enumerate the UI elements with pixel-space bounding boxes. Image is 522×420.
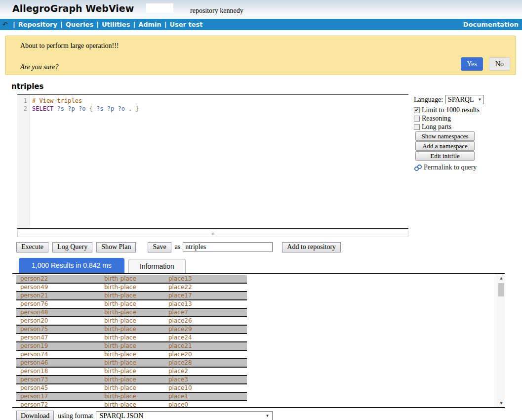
- result-cell[interactable]: person17: [16, 393, 100, 400]
- download-button[interactable]: Download: [16, 411, 54, 420]
- table-row: person47birth-placeplace24: [16, 334, 247, 342]
- result-cell[interactable]: birth-place: [100, 368, 164, 375]
- nav-item-user-test[interactable]: User test: [170, 21, 203, 28]
- download-bar: Download using format SPARQL JSON ▼: [16, 411, 273, 420]
- result-cell[interactable]: person45: [16, 384, 100, 392]
- result-cell[interactable]: place2: [164, 368, 247, 375]
- editor-resize-handle[interactable]: ≡: [17, 230, 408, 237]
- log-query-button[interactable]: Log Query: [52, 242, 92, 252]
- result-cell[interactable]: birth-place: [100, 342, 164, 350]
- nav-separator: |: [60, 21, 63, 28]
- result-cell[interactable]: person18: [16, 368, 100, 375]
- result-cell[interactable]: place20: [164, 351, 247, 358]
- tab-information[interactable]: Information: [128, 259, 186, 273]
- result-cell[interactable]: birth-place: [100, 317, 164, 325]
- result-cell[interactable]: person75: [16, 326, 100, 333]
- edit-initfile-button[interactable]: Edit initfile: [415, 151, 475, 161]
- add-to-repository-button[interactable]: Add to repository: [282, 242, 341, 252]
- query-editor[interactable]: 12 # View triplesSELECT ?s ?p ?o { ?s ?p…: [17, 94, 408, 229]
- language-select[interactable]: SPARQL ▼: [445, 95, 484, 104]
- result-cell[interactable]: place22: [164, 284, 247, 291]
- result-cell[interactable]: birth-place: [100, 292, 164, 299]
- result-cell[interactable]: place17: [164, 292, 247, 299]
- result-cell[interactable]: place13: [164, 300, 247, 308]
- result-cell[interactable]: place21: [164, 342, 247, 350]
- result-cell[interactable]: place26: [164, 317, 247, 325]
- nav-link-documentation[interactable]: Documentation: [463, 21, 519, 28]
- reasoning-checkbox-row[interactable]: Reasoning: [414, 114, 520, 123]
- result-cell[interactable]: person72: [16, 401, 100, 408]
- table-row: person18birth-placeplace2: [16, 368, 247, 376]
- result-cell[interactable]: person47: [16, 334, 100, 341]
- save-button[interactable]: Save: [148, 242, 171, 252]
- result-cell[interactable]: birth-place: [100, 284, 164, 291]
- result-cell[interactable]: place28: [164, 359, 247, 367]
- result-cell[interactable]: place7: [164, 309, 247, 316]
- result-cell[interactable]: person73: [16, 376, 100, 383]
- query-name-input[interactable]: [183, 242, 273, 252]
- result-cell[interactable]: birth-place: [100, 401, 164, 408]
- no-button[interactable]: No: [489, 57, 510, 71]
- long-parts-checkbox-row[interactable]: Long parts: [414, 123, 520, 131]
- back-arrow-icon[interactable]: ↶: [2, 21, 8, 28]
- show-namespaces-button[interactable]: Show namespaces: [415, 131, 475, 141]
- scroll-down-icon[interactable]: ▼: [497, 399, 505, 407]
- nav-item-queries[interactable]: Queries: [66, 21, 94, 28]
- result-cell[interactable]: place3: [164, 376, 247, 383]
- nav-separator: |: [133, 21, 135, 28]
- table-row: person76birth-placeplace13: [16, 300, 247, 309]
- result-cell[interactable]: birth-place: [100, 334, 164, 341]
- result-cell[interactable]: place29: [164, 326, 247, 333]
- code-line[interactable]: # View triples: [32, 97, 408, 105]
- scrollbar-thumb[interactable]: [498, 283, 504, 296]
- result-cell[interactable]: birth-place: [100, 359, 164, 367]
- results-scrollbar[interactable]: ▲ ▼: [497, 274, 505, 407]
- resize-grip-icon: ≡: [211, 231, 214, 236]
- permalink-to-query-link[interactable]: Permalink to query: [414, 164, 520, 171]
- limit-results-checkbox[interactable]: ✔: [414, 107, 420, 113]
- result-cell[interactable]: person49: [16, 284, 100, 291]
- nav-item-utilities[interactable]: Utilities: [102, 21, 130, 28]
- result-cell[interactable]: person22: [16, 275, 100, 283]
- banner-message: About to perform large operation!!!: [20, 42, 119, 50]
- result-cell[interactable]: birth-place: [100, 393, 164, 400]
- result-cell[interactable]: birth-place: [100, 275, 164, 283]
- result-cell[interactable]: place13: [164, 275, 247, 283]
- long-parts-label: Long parts: [422, 123, 451, 131]
- execute-button[interactable]: Execute: [16, 242, 48, 252]
- add-namespace-button[interactable]: Add a namespace: [415, 141, 475, 151]
- save-as-label: as: [175, 243, 181, 251]
- tab-results[interactable]: 1,000 Results in 0.842 ms: [19, 258, 124, 273]
- result-cell[interactable]: person19: [16, 342, 100, 350]
- result-cell[interactable]: person74: [16, 351, 100, 358]
- show-plan-button[interactable]: Show Plan: [96, 242, 136, 252]
- result-cell[interactable]: birth-place: [100, 351, 164, 358]
- result-cell[interactable]: place24: [164, 334, 247, 341]
- result-cell[interactable]: person48: [16, 309, 100, 316]
- result-cell[interactable]: person20: [16, 317, 100, 325]
- reasoning-checkbox[interactable]: [414, 116, 420, 122]
- result-cell[interactable]: place1: [164, 393, 247, 400]
- nav-item-admin[interactable]: Admin: [138, 21, 161, 28]
- result-cell[interactable]: birth-place: [100, 309, 164, 316]
- result-cell[interactable]: person46: [16, 359, 100, 367]
- result-cell[interactable]: birth-place: [100, 376, 164, 383]
- table-row: person22birth-placeplace13: [16, 275, 247, 284]
- long-parts-checkbox[interactable]: [414, 124, 420, 130]
- nav-item-repository[interactable]: Repository: [18, 21, 57, 28]
- code-line[interactable]: SELECT ?s ?p ?o { ?s ?p ?o . }: [32, 105, 408, 113]
- code-token: # View triples: [32, 97, 82, 104]
- result-cell[interactable]: birth-place: [100, 300, 164, 308]
- result-cell[interactable]: place10: [164, 384, 247, 392]
- scroll-up-icon[interactable]: ▲: [497, 274, 505, 282]
- yes-button[interactable]: Yes: [461, 57, 483, 71]
- limit-results-checkbox-row[interactable]: ✔ Limit to 1000 results: [414, 106, 520, 114]
- editor-code-area[interactable]: # View triplesSELECT ?s ?p ?o { ?s ?p ?o…: [30, 95, 408, 228]
- result-cell[interactable]: person21: [16, 292, 100, 299]
- result-cell[interactable]: birth-place: [100, 384, 164, 392]
- result-cell[interactable]: birth-place: [100, 326, 164, 333]
- result-cell[interactable]: person76: [16, 300, 100, 308]
- result-cell[interactable]: place0: [164, 401, 247, 408]
- format-select[interactable]: SPARQL JSON ▼: [96, 411, 273, 420]
- language-label: Language:: [414, 96, 443, 104]
